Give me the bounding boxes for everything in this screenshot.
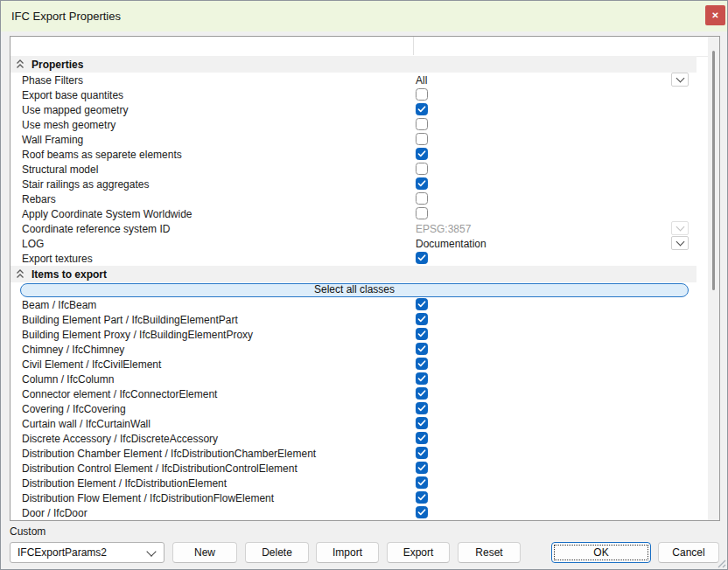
import-button[interactable]: Import (316, 542, 379, 563)
property-label: Export base quantites (22, 89, 123, 101)
collapse-icon[interactable] (15, 59, 25, 70)
scrollbar-thumb[interactable] (712, 51, 715, 290)
property-label: Coordinate reference system ID (22, 223, 170, 235)
checkbox-unchecked[interactable] (416, 118, 428, 130)
checkbox-checked[interactable] (416, 252, 428, 264)
checkbox-checked[interactable] (416, 103, 428, 115)
dropdown-value: Documentation (416, 238, 486, 250)
dropdown-button[interactable] (671, 221, 689, 235)
cancel-button[interactable]: Cancel (658, 542, 719, 563)
property-label: Use mapped geometry (22, 104, 128, 116)
checkbox-checked[interactable] (416, 491, 428, 504)
class-label: Building Element Part / IfcBuildingEleme… (22, 314, 238, 326)
class-label: Distribution Element / IfcDistributionEl… (22, 477, 227, 490)
ok-button[interactable]: OK (551, 542, 651, 563)
property-label: Apply Coordinate System Worldwide (22, 208, 192, 220)
preset-combobox[interactable]: IFCExportParams2 (10, 542, 164, 563)
select-all-classes-button[interactable]: Select all classes (20, 283, 689, 297)
property-row: LOGDocumentation (10, 236, 696, 251)
vertical-scrollbar[interactable] (708, 37, 719, 520)
property-label: Phase Filters (22, 74, 83, 87)
class-row: Distribution Chamber Element / IfcDistri… (10, 446, 696, 461)
checkbox-checked[interactable] (416, 358, 428, 370)
class-label: Chimney / IfcChimney (22, 344, 124, 356)
class-label: Column / IfcColumn (22, 373, 114, 386)
property-row: Phase FiltersAll (10, 73, 696, 87)
checkbox-checked[interactable] (416, 328, 428, 340)
export-button[interactable]: Export (387, 542, 450, 563)
resize-grip[interactable] (715, 557, 726, 568)
section-header-properties[interactable]: Properties (10, 56, 696, 73)
class-row: Door / IfcDoor (10, 505, 696, 520)
chevron-down-icon (676, 223, 684, 232)
delete-button[interactable]: Delete (245, 542, 309, 563)
class-row: Building Element Part / IfcBuildingEleme… (10, 312, 696, 327)
class-label: Covering / IfcCovering (22, 403, 126, 415)
dropdown-value: All (416, 74, 427, 87)
class-label: Curtain wall / IfcCurtainWall (22, 418, 150, 430)
class-row: Civil Element / IfcCivilElement (10, 357, 696, 372)
checkbox-checked[interactable] (416, 343, 428, 355)
property-label: Export textures (22, 253, 93, 265)
checkbox-checked[interactable] (416, 177, 428, 190)
column-divider[interactable] (413, 37, 414, 55)
close-icon: ✕ (711, 11, 718, 20)
reset-button[interactable]: Reset (458, 542, 521, 563)
dropdown-button[interactable] (671, 73, 689, 87)
class-row: Building Element Proxy / IfcBuildingElem… (10, 327, 696, 342)
property-row: Wall Framing (10, 132, 696, 147)
checkbox-unchecked[interactable] (416, 133, 428, 145)
close-button[interactable]: ✕ (705, 5, 725, 25)
property-row: Export textures (10, 251, 696, 266)
class-label: Distribution Control Element / IfcDistri… (22, 462, 298, 475)
checkbox-checked[interactable] (416, 447, 428, 459)
collapse-icon[interactable] (15, 269, 25, 280)
checkbox-unchecked[interactable] (416, 163, 428, 175)
class-label: Discrete Accessory / IfcDiscreteAccessor… (22, 433, 218, 445)
checkbox-checked[interactable] (416, 462, 428, 474)
property-row: Rebars (10, 191, 696, 206)
dropdown-button[interactable] (671, 236, 689, 250)
class-label: Distribution Chamber Element / IfcDistri… (22, 448, 316, 460)
checkbox-checked[interactable] (416, 148, 428, 160)
class-row: Discrete Accessory / IfcDiscreteAccessor… (10, 431, 696, 446)
class-label: Door / IfcDoor (22, 507, 88, 519)
checkbox-unchecked[interactable] (416, 192, 428, 205)
property-row: Apply Coordinate System Worldwide (10, 206, 696, 221)
chevron-down-icon (146, 546, 156, 556)
class-row: Distribution Control Element / IfcDistri… (10, 461, 696, 476)
class-label: Building Element Proxy / IfcBuildingElem… (22, 329, 253, 341)
property-label: Structural model (22, 163, 98, 176)
checkbox-checked[interactable] (416, 432, 428, 444)
checkbox-checked[interactable] (416, 417, 428, 429)
class-row: Connector element / IfcConnectorElement (10, 386, 696, 401)
new-button[interactable]: New (172, 542, 237, 563)
class-label: Distribution Flow Element / IfcDistribut… (22, 492, 274, 504)
select-all-row: Select all classes (10, 282, 696, 297)
section-label: Properties (32, 59, 83, 71)
chevron-down-icon (676, 238, 684, 247)
dialog-title: IFC Export Properties (11, 10, 121, 23)
checkbox-checked[interactable] (416, 372, 428, 385)
checkbox-unchecked[interactable] (416, 207, 428, 219)
section-header-items-to-export[interactable]: Items to export (10, 266, 696, 282)
checkbox-checked[interactable] (416, 476, 428, 489)
preset-combobox-value: IFCExportParams2 (18, 546, 148, 559)
checkbox-checked[interactable] (416, 387, 428, 400)
checkbox-checked[interactable] (416, 298, 428, 310)
property-row: Export base quantites (10, 87, 696, 102)
property-label: Stair railings as aggregates (22, 178, 149, 191)
footer-bar: Custom IFCExportParams2 New Delete Impor… (1, 521, 727, 570)
class-label: Civil Element / IfcCivilElement (22, 358, 161, 371)
property-label: Use mesh geometry (22, 119, 116, 131)
class-label: Connector element / IfcConnectorElement (22, 388, 217, 400)
property-label: Wall Framing (22, 134, 83, 146)
class-row: Distribution Element / IfcDistributionEl… (10, 476, 696, 490)
property-row: Structural model (10, 162, 696, 177)
property-label: Roof beams as separete elements (22, 149, 182, 161)
checkbox-checked[interactable] (416, 402, 428, 414)
property-grid: PropertiesPhase FiltersAllExport base qu… (10, 36, 720, 521)
checkbox-checked[interactable] (416, 313, 428, 325)
checkbox-checked[interactable] (416, 506, 428, 518)
checkbox-unchecked[interactable] (416, 88, 428, 101)
